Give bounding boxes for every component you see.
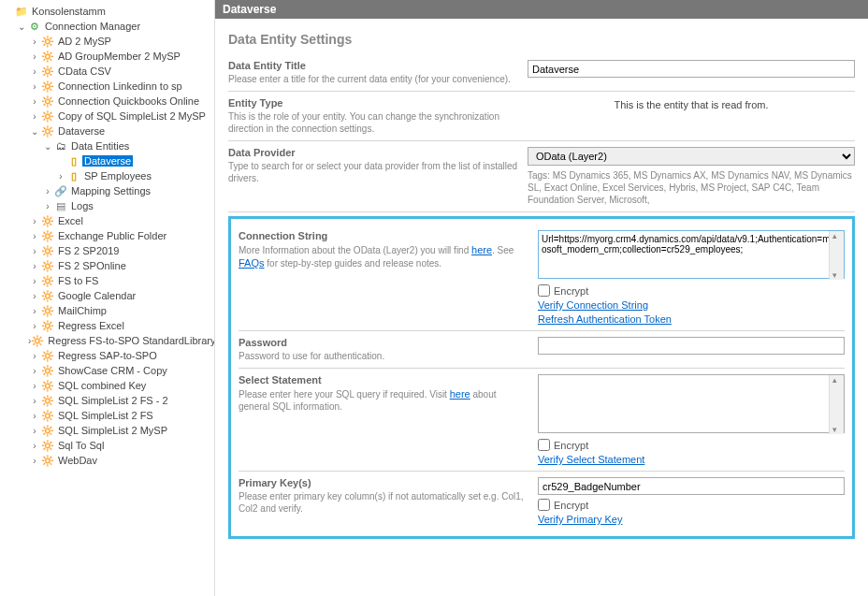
folder-icon [15,6,28,18]
expander-icon[interactable]: ⌄ [28,126,41,137]
tree-connection[interactable]: ›AD 2 MySP [2,34,214,49]
connection-icon [31,335,44,347]
tree-connection[interactable]: ›Connection Quickbooks Online [2,94,214,109]
expander-icon[interactable]: ⌄ [41,141,54,152]
tree-connection[interactable]: ›Sql To Sql [2,438,214,453]
link-verify-connection[interactable]: Verify Connection String [538,299,845,311]
tree-label: SQL SimpleList 2 FS [56,410,155,421]
expander-icon[interactable]: › [28,261,41,271]
expander-icon[interactable]: › [28,81,41,92]
tree-label: CData CSV [56,65,113,77]
expander-icon[interactable]: › [28,246,41,256]
tree-view[interactable]: › Konsolenstamm ⌄ Connection Manager ›AD… [0,0,215,596]
tree-connection[interactable]: ›CData CSV [2,64,214,79]
expander-icon[interactable]: › [28,276,41,286]
expander-icon[interactable]: › [28,51,41,62]
help-password: Password to use for authentication. [239,350,528,362]
connection-icon [41,215,54,227]
expander-icon[interactable]: › [28,321,41,331]
tree-connection[interactable]: ›Google Calendar [2,288,214,303]
expander-icon[interactable]: › [28,456,41,466]
mapping-icon [54,185,67,197]
tree-connection[interactable]: ›SQL SimpleList 2 FS - 2 [2,393,214,408]
connection-icon [41,275,54,287]
tree-label: Connection Linkedinn to sp [56,80,184,92]
settings-content: Data Entity Settings Data Entity Title P… [215,19,868,552]
expander-icon[interactable]: › [28,36,41,47]
provider-tags: Tags: MS Dynamics 365, MS Dynamics AX, M… [528,169,855,206]
select-data-provider[interactable]: OData (Layer2) [528,147,855,166]
checkbox-pkey-encrypt[interactable]: Encrypt [538,499,845,511]
link-refresh-token[interactable]: Refresh Authentication Token [538,313,845,325]
tree-connection[interactable]: ›AD GroupMember 2 MySP [2,49,214,64]
tree-connection[interactable]: ›SQL SimpleList 2 FS [2,408,214,423]
tree-connection[interactable]: ›FS 2 SP2019 [2,243,214,258]
expander-icon[interactable]: › [28,306,41,316]
gear-icon [28,21,41,33]
expander-icon[interactable]: ⌄ [15,22,28,32]
label-data-provider: Data Provider [228,147,518,158]
expander-icon[interactable]: › [28,216,41,226]
expander-icon[interactable]: › [28,366,41,376]
tree-connection[interactable]: ›MailChimp [2,303,214,318]
link-conn-here[interactable]: here [471,244,492,255]
tree-root[interactable]: › Konsolenstamm [2,4,214,19]
tree-connection[interactable]: ›FS 2 SPOnline [2,258,214,273]
tree-connection[interactable]: ›FS to FS [2,273,214,288]
link-conn-faqs[interactable]: FAQs [239,257,265,269]
row-select-statement: Select Statement Please enter here your … [239,369,845,472]
expander-icon[interactable]: › [54,171,67,182]
input-password[interactable] [538,337,845,355]
checkbox-select-encrypt[interactable]: Encrypt [538,439,845,451]
expander-icon[interactable]: › [28,111,41,122]
textarea-connection-string[interactable]: Url=https://myorg.crm4.dynamics.com/api/… [538,230,845,279]
connection-icon [41,110,54,123]
expander-icon[interactable]: › [28,381,41,391]
checkbox-conn-encrypt[interactable]: Encrypt [538,284,845,297]
expander-icon[interactable]: › [41,186,54,196]
scrollbar[interactable] [829,375,844,434]
tree-connection-dataverse[interactable]: ⌄Dataverse [2,124,214,138]
expander-icon[interactable]: › [28,291,41,301]
textarea-select-statement[interactable] [538,374,845,433]
help-entity-title: Please enter a title for the current dat… [228,73,518,85]
input-primary-key[interactable] [538,477,845,495]
tree-connection[interactable]: ›Exchange Public Folder [2,228,214,243]
expander-icon[interactable]: › [28,66,41,77]
expander-icon[interactable]: › [28,441,41,451]
link-verify-pkey[interactable]: Verify Primary Key [538,514,845,525]
tree-connection[interactable]: ›ShowCase CRM - Copy [2,363,214,378]
expander-icon[interactable]: › [28,411,41,421]
tree-entity-dataverse[interactable]: ›Dataverse [2,153,214,168]
row-connection-string: Connection String More Information about… [239,225,845,331]
tree-connection[interactable]: ›WebDav [2,453,214,468]
input-entity-title[interactable] [528,60,855,78]
connection-icon [41,350,54,362]
tree-connection[interactable]: ›SQL combined Key [2,378,214,393]
tree-connection[interactable]: ›Regress SAP-to-SPO [2,348,214,363]
tree-entity-sp-employees[interactable]: ›SP Employees [2,168,214,183]
expander-icon[interactable]: › [28,96,41,107]
tree-connection[interactable]: ›SQL SimpleList 2 MySP [2,423,214,438]
tree-connection[interactable]: ›Connection Linkedinn to sp [2,79,214,94]
tree-connection[interactable]: ›Regress FS-to-SPO StandardLibrary [2,333,214,348]
entity-icon [67,170,80,182]
link-verify-select[interactable]: Verify Select Statement [538,454,845,465]
tree-logs[interactable]: ›Logs [2,198,214,213]
expander-icon[interactable]: › [28,231,41,241]
tree-connection-manager[interactable]: ⌄ Connection Manager [2,19,214,34]
expander-icon[interactable]: › [28,396,41,406]
expander-icon[interactable]: › [28,426,41,436]
tree-connection[interactable]: ›Copy of SQL SimpleList 2 MySP [2,109,214,124]
expander-icon[interactable]: › [41,201,54,211]
expander-icon[interactable]: › [28,351,41,361]
tree-label: Google Calendar [56,290,137,301]
tree-mapping-settings[interactable]: ›Mapping Settings [2,183,214,198]
link-select-here[interactable]: here [450,388,470,400]
connection-icon [41,260,54,272]
tree-connection[interactable]: ›Excel [2,213,214,228]
scrollbar[interactable] [829,231,844,280]
connection-icon [41,125,54,138]
tree-data-entities[interactable]: ⌄Data Entities [2,138,214,153]
tree-connection[interactable]: ›Regress Excel [2,318,214,333]
